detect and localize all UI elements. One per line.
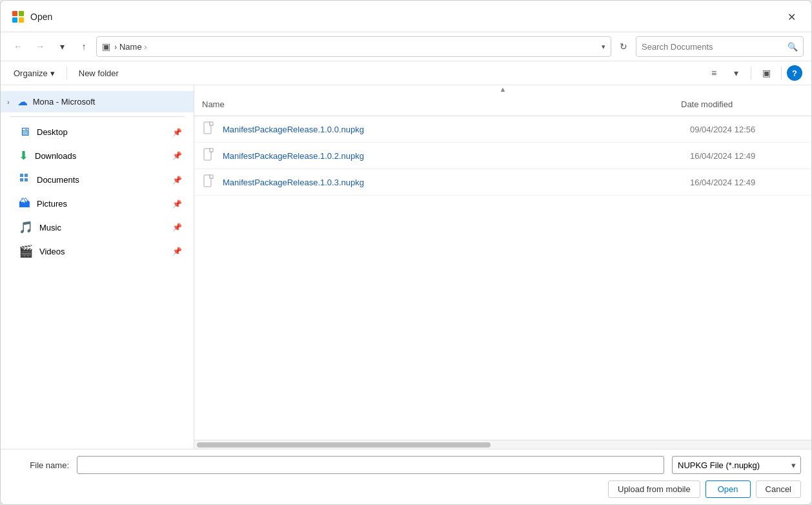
new-folder-button[interactable]: New folder (75, 67, 123, 80)
filename-label: File name: (11, 460, 69, 470)
address-path: › Name › (114, 42, 598, 52)
svg-rect-6 (25, 174, 28, 177)
scrollbar-thumb[interactable] (197, 442, 491, 448)
search-bar: 🔍 (636, 36, 804, 57)
svg-rect-9 (210, 122, 213, 125)
breadcrumb-sep2: › (144, 42, 147, 52)
action-separator (66, 67, 67, 79)
svg-rect-5 (20, 178, 23, 181)
navigation-toolbar: ← → ▾ ↑ ▣ › Name › ▾ ↻ 🔍 (1, 32, 811, 61)
sidebar-arrow: › (7, 98, 10, 106)
sidebar-item-desktop[interactable]: 🖥 Desktop 📌 (6, 121, 188, 143)
organize-label: Organize (14, 68, 48, 78)
sidebar-divider (10, 116, 185, 117)
cancel-button[interactable]: Cancel (756, 480, 801, 498)
open-dialog: Open ✕ ← → ▾ ↑ ▣ › Name › ▾ ↻ 🔍 Organize… (0, 0, 812, 505)
up-button[interactable]: ↑ (74, 37, 94, 56)
close-button[interactable]: ✕ (782, 7, 801, 26)
panel-icon: ▣ (762, 68, 771, 78)
address-bar[interactable]: ▣ › Name › ▾ (96, 36, 611, 57)
horizontal-scrollbar[interactable] (194, 440, 811, 449)
table-row[interactable]: ManifestPackageRelease.1.0.3.nupkg 16/04… (194, 169, 811, 196)
file-list: ManifestPackageRelease.1.0.0.nupkg 09/04… (194, 116, 811, 440)
sidebar-item-videos[interactable]: 🎬 Videos 📌 (6, 240, 188, 263)
svg-rect-11 (210, 149, 213, 152)
file-area: ▲ Name Date modified ManifestPackageRele (194, 85, 811, 449)
onedrive-icon: ☁ (17, 96, 28, 108)
back-button[interactable]: ← (8, 37, 28, 56)
svg-rect-1 (19, 11, 24, 16)
upload-mobile-button[interactable]: Upload from mobile (608, 480, 700, 498)
list-icon: ≡ (711, 68, 716, 78)
documents-pin-icon: 📌 (172, 176, 182, 185)
action-separator3 (781, 67, 782, 79)
panel-button[interactable]: ▣ (756, 64, 776, 82)
sidebar-desktop-label: Desktop (37, 127, 68, 137)
file-name: ManifestPackageRelease.1.0.0.nupkg (223, 125, 682, 134)
organize-arrow: ▾ (50, 68, 55, 78)
filename-input[interactable] (77, 456, 664, 474)
address-folder-icon: ▣ (102, 41, 110, 52)
filetype-wrapper: NUPKG File (*.nupkg) All Files (*.*) (672, 456, 801, 474)
file-date: 09/04/2024 12:56 (682, 125, 811, 134)
file-icon (194, 174, 223, 190)
breadcrumb-sep1: › (114, 42, 119, 52)
sidebar-item-music[interactable]: 🎵 Music 📌 (6, 216, 188, 239)
desktop-pin-icon: 📌 (172, 128, 182, 137)
file-name: ManifestPackageRelease.1.0.3.nupkg (223, 178, 682, 187)
file-date: 16/04/2024 12:49 (682, 178, 811, 187)
pictures-icon: 🏔 (19, 197, 30, 211)
title-bar-left: Open (11, 10, 52, 24)
file-icon (194, 148, 223, 163)
table-row[interactable]: ManifestPackageRelease.1.0.2.nupkg 16/04… (194, 143, 811, 169)
desktop-icon: 🖥 (19, 125, 30, 139)
file-date: 16/04/2024 12:49 (682, 151, 811, 161)
table-row[interactable]: ManifestPackageRelease.1.0.0.nupkg 09/04… (194, 116, 811, 143)
dialog-title: Open (30, 12, 52, 22)
svg-rect-13 (210, 175, 213, 178)
sidebar-item-documents[interactable]: Documents 📌 (6, 168, 188, 192)
collapse-arrow[interactable]: ▲ (494, 85, 512, 93)
documents-icon (19, 172, 30, 187)
search-input[interactable] (642, 42, 784, 52)
sidebar-documents-label: Documents (37, 175, 79, 185)
svg-rect-4 (20, 174, 23, 177)
svg-rect-0 (12, 11, 17, 16)
pictures-pin-icon: 📌 (172, 200, 182, 209)
filetype-select[interactable]: NUPKG File (*.nupkg) All Files (*.*) (672, 456, 801, 474)
refresh-button[interactable]: ↻ (614, 37, 633, 56)
col-date-header: Date modified (673, 97, 802, 112)
view-list-button[interactable]: ≡ (704, 64, 724, 82)
sidebar-item-onedrive[interactable]: › ☁ Mona - Microsoft (1, 91, 194, 112)
title-bar: Open ✕ (1, 1, 811, 32)
forward-button[interactable]: → (30, 37, 50, 56)
action-right-buttons: ≡ ▾ ▣ ? (704, 64, 802, 82)
help-button[interactable]: ? (787, 65, 802, 81)
file-icon (194, 121, 223, 137)
sidebar-item-pictures[interactable]: 🏔 Pictures 📌 (6, 192, 188, 215)
sidebar-item-downloads[interactable]: ⬇ Downloads 📌 (6, 144, 188, 167)
videos-icon: 🎬 (19, 244, 33, 258)
svg-rect-7 (25, 178, 28, 181)
music-icon: 🎵 (19, 220, 33, 234)
file-name-row: File name: NUPKG File (*.nupkg) All File… (11, 456, 801, 474)
col-name-header[interactable]: Name (194, 97, 673, 112)
organize-button[interactable]: Organize ▾ (10, 67, 59, 80)
file-list-header: ▲ Name Date modified (194, 85, 811, 116)
sidebar-pictures-label: Pictures (37, 199, 67, 209)
svg-rect-3 (19, 17, 24, 23)
downloads-icon: ⬇ (19, 149, 28, 163)
music-pin-icon: 📌 (172, 223, 182, 232)
sidebar: › ☁ Mona - Microsoft 🖥 Desktop 📌 ⬇ Downl… (1, 85, 194, 449)
view-dropdown-button[interactable]: ▾ (726, 64, 746, 82)
footer: File name: NUPKG File (*.nupkg) All File… (1, 449, 811, 504)
videos-pin-icon: 📌 (172, 247, 182, 256)
address-dropdown-button[interactable]: ▾ (602, 43, 605, 51)
sidebar-downloads-label: Downloads (35, 151, 76, 161)
app-icon (11, 10, 25, 24)
breadcrumb-documents: Name (119, 42, 142, 52)
file-name: ManifestPackageRelease.1.0.2.nupkg (223, 151, 682, 161)
dropdown-history-button[interactable]: ▾ (52, 37, 72, 56)
main-content: › ☁ Mona - Microsoft 🖥 Desktop 📌 ⬇ Downl… (1, 85, 811, 449)
open-button[interactable]: Open (705, 480, 751, 498)
